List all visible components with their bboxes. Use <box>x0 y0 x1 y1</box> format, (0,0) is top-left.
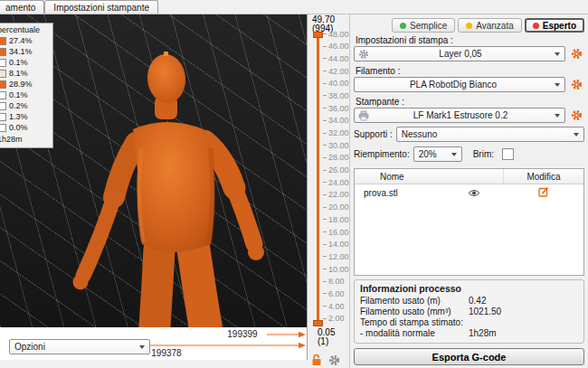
tick-mark <box>323 318 327 319</box>
tick-mark <box>323 170 327 171</box>
ruler-tick: 6.00 <box>323 289 349 297</box>
tick-label: 38.00 <box>328 91 349 100</box>
filament-edit-button[interactable] <box>569 77 584 92</box>
ruler-tick: 16.00 <box>323 228 349 236</box>
settings-panel: Semplice Avanzata Esperto Impostazioni d… <box>349 14 588 368</box>
process-info-value <box>469 317 578 328</box>
legend-item: 28.9% <box>0 79 50 90</box>
legend-percent: 0.1% <box>9 90 28 99</box>
printer-edit-button[interactable] <box>569 108 584 123</box>
tick-label: 28.00 <box>328 153 349 162</box>
ruler-tick: 46.00 <box>323 42 349 51</box>
tick-mark <box>323 194 327 195</box>
mode-esperto-button[interactable]: Esperto <box>525 18 584 33</box>
tick-label: 44.00 <box>328 54 349 63</box>
tick-mark <box>323 95 327 96</box>
tab-impostazioni-stampante[interactable]: Impostazioni stampante <box>44 0 158 14</box>
layer-slider-handle-top[interactable] <box>313 32 323 38</box>
infill-dropdown[interactable]: 20% <box>413 146 462 162</box>
process-info-row: Tempo di stampa stimato: <box>360 317 578 328</box>
legend-item: 0.0% <box>0 122 50 133</box>
ruler-tick: 8.00 <box>323 278 349 286</box>
slider-min-readout: 0.05 (1) <box>318 328 335 346</box>
tick-mark <box>323 219 327 220</box>
process-info-row: Filamento usato (mm³) 1021.50 <box>360 307 578 317</box>
ruler-tick: 20.00 <box>323 203 349 212</box>
mode-avanzata-button[interactable]: Avanzata <box>458 18 522 33</box>
legend-item: 0.2% <box>0 100 50 111</box>
tick-label: 6.00 <box>328 289 345 298</box>
ruler-tick: 28.00 <box>323 154 349 162</box>
legend-percent: 34.1% <box>9 47 33 56</box>
supports-dropdown[interactable]: Nessuno <box>396 127 584 142</box>
ruler-tick: 26.00 <box>323 166 349 175</box>
brim-checkbox[interactable] <box>502 148 514 160</box>
process-info-value: 1h28m <box>469 328 578 339</box>
chevron-down-icon <box>139 345 145 349</box>
tab-label: amento <box>5 3 35 13</box>
process-info-row: Filamento usato (m) 0.42 <box>360 296 578 307</box>
slider-settings-gear-icon[interactable] <box>328 354 340 366</box>
print-settings-edit-button[interactable] <box>569 46 584 61</box>
printer-label: Stampante : <box>356 97 583 107</box>
tick-label: 40.00 <box>328 79 349 88</box>
dimension-x-label: 199399 <box>227 329 258 339</box>
lock-open-icon[interactable] <box>311 354 322 366</box>
filament-dropdown[interactable]: PLA RobotDig Bianco <box>354 77 565 92</box>
objects-table: Nome Modifica prova.stl <box>354 168 584 276</box>
view-options-value: Opzioni <box>10 342 137 352</box>
tick-mark <box>323 157 327 158</box>
export-gcode-button[interactable]: Esporta G-code <box>354 348 584 365</box>
mode-semplice-button[interactable]: Semplice <box>392 18 455 33</box>
tick-mark <box>323 83 327 84</box>
layer-slider-pane: 49.70 (994) 48.00 46.00 44.00 <box>308 14 349 368</box>
chevron-down-icon <box>555 52 560 56</box>
tick-mark <box>323 120 327 121</box>
tick-mark <box>323 46 327 47</box>
legend-color-swatch <box>0 124 6 132</box>
mode-label: Semplice <box>410 21 447 31</box>
green-dot-icon <box>400 23 406 29</box>
tick-label: 32.00 <box>328 128 349 137</box>
tab-filamento[interactable]: amento <box>0 0 44 14</box>
print-settings-value: Layer 0,05 <box>369 49 552 59</box>
tick-label: 18.00 <box>328 215 349 224</box>
gear-icon <box>571 79 583 90</box>
printer-dropdown[interactable]: LF Mark1 Estrusore 0.2 <box>354 108 565 123</box>
layer-slider-handle-bottom[interactable] <box>313 320 323 326</box>
tick-label: 42.00 <box>328 67 349 76</box>
tick-label: 36.00 <box>328 104 349 113</box>
process-info-label: Filamento usato (m) <box>360 296 469 307</box>
legend-item: 0.1% <box>0 90 50 100</box>
tab-bar: amento Impostazioni stampante <box>0 0 588 14</box>
legend-percent: 27.4% <box>9 36 33 45</box>
legend-color-swatch <box>0 91 6 99</box>
layer-slider-track[interactable] <box>317 38 319 321</box>
ruler-tick: 18.00 <box>323 215 349 223</box>
print-settings-dropdown[interactable]: Layer 0,05 <box>354 46 565 61</box>
print-settings-label: Impostazioni di stampa : <box>356 35 583 45</box>
view-options-dropdown[interactable]: Opzioni <box>9 339 150 354</box>
ruler-tick: 42.00 <box>323 67 349 75</box>
tick-label: 16.00 <box>328 228 349 237</box>
tick-mark <box>323 244 327 245</box>
table-row[interactable]: prova.stl <box>355 184 583 201</box>
ruler-tick: 38.00 <box>323 91 349 99</box>
supports-label: Supporti : <box>354 129 393 139</box>
tick-mark <box>323 182 327 183</box>
model-origin-marker <box>164 52 168 56</box>
tick-label: 34.00 <box>328 116 349 125</box>
legend-item: 0.1% <box>0 57 50 68</box>
tick-mark <box>323 293 327 294</box>
viewport-3d[interactable]: percentuale 27.4% 34.1% 0.1% <box>0 14 308 327</box>
tab-label: Impostazioni stampante <box>53 3 149 13</box>
legend-percent: 28.9% <box>9 80 33 89</box>
legend-percent: 0.2% <box>9 101 28 110</box>
column-header-modifica: Modifica <box>504 172 583 182</box>
modify-edit-icon[interactable] <box>538 186 549 199</box>
visibility-eye-icon[interactable] <box>468 189 504 197</box>
process-info-value: 0.42 <box>469 296 578 307</box>
dimension-y-label: 199378 <box>151 348 182 358</box>
ruler-tick: 22.00 <box>323 191 349 199</box>
supports-value: Nessuno <box>397 129 571 139</box>
